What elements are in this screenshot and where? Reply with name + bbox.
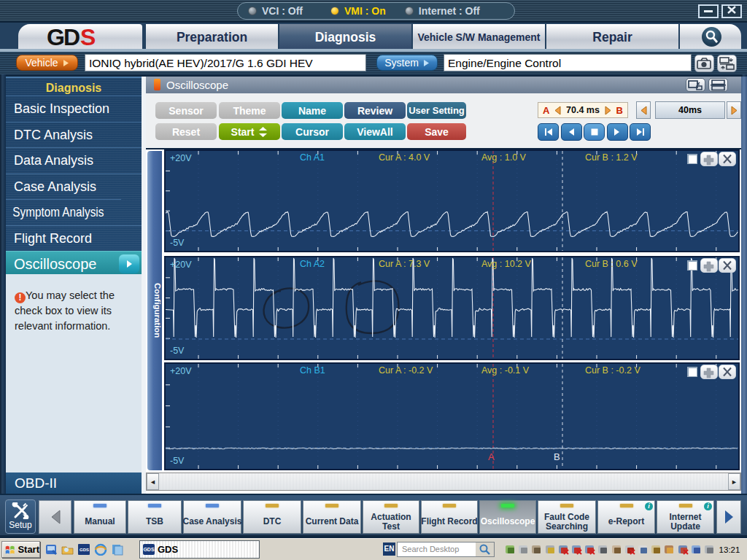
svg-text:Ch A2: Ch A2	[300, 259, 325, 269]
svg-text:Cur B : -0.2 V: Cur B : -0.2 V	[585, 365, 640, 376]
svg-text:+20V: +20V	[170, 366, 192, 376]
svg-text:B: B	[554, 451, 560, 462]
svg-text:GD: GD	[47, 26, 80, 48]
svg-text:Cur A : -0.2 V: Cur A : -0.2 V	[379, 365, 433, 376]
svg-text:S: S	[80, 26, 96, 48]
svg-text:Cur A : 7.3 V: Cur A : 7.3 V	[379, 259, 430, 269]
svg-text:Ch B1: Ch B1	[300, 365, 325, 376]
svg-text:-5V: -5V	[170, 456, 185, 466]
svg-text:+20V: +20V	[170, 153, 192, 163]
svg-text:Avg : 1.0 V: Avg : 1.0 V	[481, 152, 527, 163]
svg-text:-5V: -5V	[170, 346, 185, 356]
svg-text:-5V: -5V	[170, 238, 185, 248]
svg-text:Cur B : 0.6 V: Cur B : 0.6 V	[585, 259, 638, 269]
svg-text:Ch A1: Ch A1	[300, 152, 325, 163]
svg-text:Avg : -0.1 V: Avg : -0.1 V	[481, 365, 530, 376]
svg-text:A: A	[488, 451, 495, 462]
svg-text:Cur A : 4.0 V: Cur A : 4.0 V	[379, 152, 430, 163]
svg-text:GDS: GDS	[80, 548, 89, 552]
svg-text:Cur B : 1.2 V: Cur B : 1.2 V	[585, 152, 638, 163]
svg-text:+20V: +20V	[170, 260, 192, 270]
svg-text:Avg : 10.2 V: Avg : 10.2 V	[481, 259, 532, 269]
